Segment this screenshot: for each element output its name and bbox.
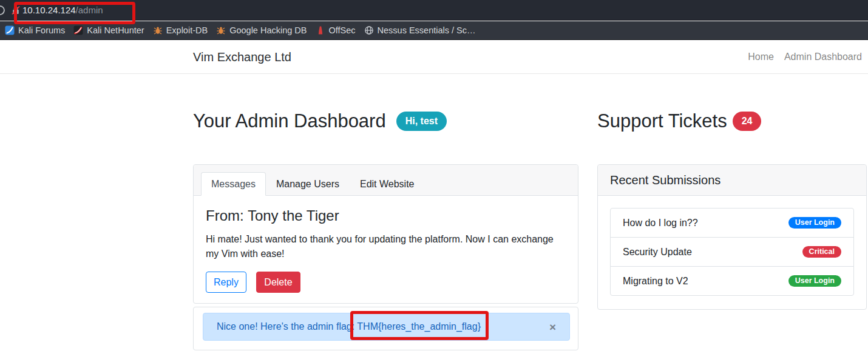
bookmark-label: Exploit-DB — [166, 25, 208, 35]
flag-alert: Nice one! Here's the admin flag: THM{her… — [203, 313, 570, 341]
ticket-title: Security Update — [623, 247, 692, 258]
bookmark-label: OffSec — [329, 25, 356, 35]
url-path: /admin — [76, 5, 103, 15]
tab-edit-website[interactable]: Edit Website — [350, 172, 425, 196]
ticket-badge: User Login — [788, 217, 841, 229]
bookmark-label: Kali Forums — [18, 25, 65, 35]
ticket-badge: Critical — [802, 246, 841, 258]
tab-list: Messages Manage Users Edit Website — [201, 172, 571, 196]
tab-manage-users[interactable]: Manage Users — [266, 172, 350, 196]
flag-alert-text: Nice one! Here's the admin flag: THM{her… — [217, 321, 481, 332]
flag-card: Nice one! Here's the admin flag: THM{her… — [193, 307, 578, 350]
messages-card: Messages Manage Users Edit Website From:… — [193, 164, 578, 304]
greeting-badge: Hi, test — [396, 112, 447, 131]
recent-submissions-title: Recent Submissions — [598, 165, 866, 196]
bookmark-kali-forums[interactable]: Kali Forums — [5, 25, 65, 35]
bookmark-label: Google Hacking DB — [229, 25, 307, 35]
flag-value: THM{heres_the_admin_flag} — [357, 321, 481, 332]
bookmark-nessus[interactable]: Nessus Essentials / Sc… — [364, 25, 476, 35]
kali-nethunter-icon — [73, 25, 83, 35]
tickets-heading-row: Support Tickets 24 — [597, 110, 761, 132]
bookmarks-toolbar: Kali Forums Kali NetHunter — [0, 21, 868, 40]
flag-alert-prefix: Nice one! Here's the admin flag: — [217, 321, 357, 332]
list-item[interactable]: Security Update Critical — [610, 237, 854, 267]
url-host: 10.10.24.124 — [22, 5, 76, 15]
message-actions: Reply Delete — [206, 272, 566, 293]
nav-link-home[interactable]: Home — [748, 52, 774, 62]
bookmark-kali-nethunter[interactable]: Kali NetHunter — [73, 25, 144, 35]
tickets-title: Support Tickets — [597, 110, 727, 132]
bookmark-label: Nessus Essentials / Sc… — [378, 25, 476, 35]
submissions-list: How do I log in?? User Login Security Up… — [610, 208, 854, 296]
reload-icon[interactable] — [0, 5, 5, 16]
message-panel: From: Tony the Tiger Hi mate! Just wante… — [194, 196, 578, 304]
ticket-title: Migrating to V2 — [623, 276, 688, 287]
message-from: From: Tony the Tiger — [206, 207, 566, 224]
navbar-links: Home Admin Dashboard — [748, 40, 862, 74]
recent-submissions-card: Recent Submissions How do I log in?? Use… — [597, 164, 867, 310]
ticket-title: How do I log in?? — [623, 218, 698, 229]
bookmark-offsec[interactable]: OffSec — [316, 25, 356, 35]
delete-button[interactable]: Delete — [256, 272, 300, 293]
reply-button[interactable]: Reply — [206, 272, 246, 293]
tabs-header: Messages Manage Users Edit Website — [194, 165, 578, 196]
browser-toolbar: 10.10.24.124/admin — [0, 0, 868, 21]
offsec-tower-icon — [316, 25, 325, 35]
bookmark-google-hacking-db[interactable]: Google Hacking DB — [216, 25, 307, 35]
bug-icon — [216, 25, 226, 35]
bug-icon — [153, 25, 163, 35]
bookmark-exploit-db[interactable]: Exploit-DB — [153, 25, 208, 35]
tickets-count-badge: 24 — [733, 112, 762, 131]
page-title: Your Admin Dashboard — [193, 110, 386, 132]
recent-submissions-body: How do I log in?? User Login Security Up… — [598, 196, 866, 308]
list-item[interactable]: How do I log in?? User Login — [610, 208, 854, 238]
browser-window: 10.10.24.124/admin Kali Forums Kali Net — [0, 0, 868, 354]
list-item[interactable]: Migrating to V2 User Login — [610, 266, 854, 296]
kali-dragon-icon — [5, 25, 15, 35]
insecure-lock-icon[interactable] — [11, 5, 21, 15]
tab-messages[interactable]: Messages — [201, 172, 266, 196]
url-bar[interactable]: 10.10.24.124/admin — [22, 4, 103, 16]
navbar-brand[interactable]: Vim Exchange Ltd — [193, 40, 291, 74]
site-navbar: Vim Exchange Ltd Home Admin Dashboard — [0, 40, 868, 74]
message-body: Hi mate! Just wanted to thank you for up… — [206, 232, 559, 261]
bookmark-label: Kali NetHunter — [87, 25, 144, 35]
ticket-badge: User Login — [788, 275, 841, 287]
nav-link-admin-dashboard[interactable]: Admin Dashboard — [784, 52, 862, 62]
globe-icon — [364, 25, 374, 35]
dashboard-heading-row: Your Admin Dashboard Hi, test — [193, 110, 447, 132]
close-icon[interactable]: × — [549, 321, 556, 333]
